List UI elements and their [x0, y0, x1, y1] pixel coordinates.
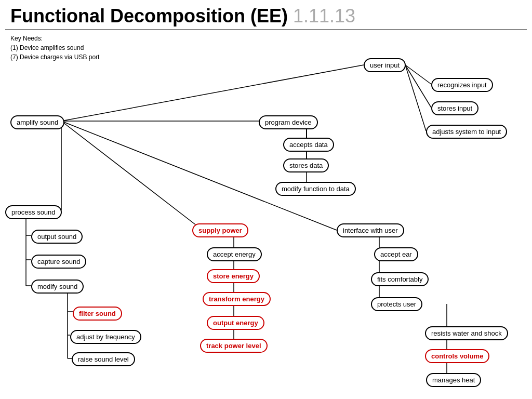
transform-energy-node: transform energy — [203, 292, 271, 306]
raise-sound-node: raise sound level — [72, 352, 135, 366]
svg-line-5 — [405, 65, 431, 84]
svg-line-7 — [405, 65, 426, 131]
interface-user-node: interface with user — [337, 223, 404, 237]
fits-comfortably-node: fits comfortably — [371, 272, 429, 286]
title-divider — [5, 29, 527, 30]
filter-sound-node: filter sound — [73, 307, 122, 321]
key-needs-line1: (1) Device amplifies sound — [10, 43, 99, 52]
supply-power-node: supply power — [192, 223, 248, 237]
adjusts-system-node: adjusts system to input — [426, 125, 507, 139]
title-version: 1.11.13 — [293, 5, 355, 26]
modify-sound-node: modify sound — [31, 280, 84, 294]
key-needs: Key Needs: (1) Device amplifies sound (7… — [10, 34, 99, 62]
svg-line-6 — [405, 65, 431, 108]
track-power-node: track power level — [200, 339, 268, 353]
user-input-node: user input — [364, 58, 406, 72]
protects-user-node: protects user — [371, 297, 422, 311]
output-sound-node: output sound — [31, 230, 83, 244]
stores-data-node: stores data — [283, 158, 329, 172]
adjust-frequency-node: adjust by frequency — [70, 330, 141, 344]
accept-energy-node: accept energy — [207, 247, 262, 261]
page-title: Functional Decomposition (EE) 1.11.13 — [0, 0, 532, 29]
recognizes-input-node: recognizes input — [431, 78, 493, 92]
manages-heat-node: manages heat — [426, 373, 481, 387]
key-needs-label: Key Needs: — [10, 34, 99, 43]
title-main: Functional Decomposition (EE) — [10, 5, 288, 26]
amplify-sound-node: amplify sound — [10, 115, 64, 129]
output-energy-node: output energy — [207, 316, 264, 330]
capture-sound-node: capture sound — [31, 255, 86, 269]
store-energy-node: store energy — [207, 269, 260, 283]
accept-ear-node: accept ear — [374, 247, 418, 261]
modify-function-node: modify function to data — [275, 182, 356, 196]
stores-input-node: stores input — [431, 101, 478, 115]
svg-line-1 — [61, 65, 364, 121]
program-device-node: program device — [259, 115, 318, 129]
process-sound-node: process sound — [5, 205, 62, 219]
controls-volume-node: controls volume — [425, 349, 489, 363]
resists-water-node: resists water and shock — [425, 326, 508, 340]
key-needs-line2: (7) Device charges via USB port — [10, 52, 99, 62]
svg-line-3 — [61, 121, 203, 230]
accepts-data-node: accepts data — [283, 138, 334, 152]
